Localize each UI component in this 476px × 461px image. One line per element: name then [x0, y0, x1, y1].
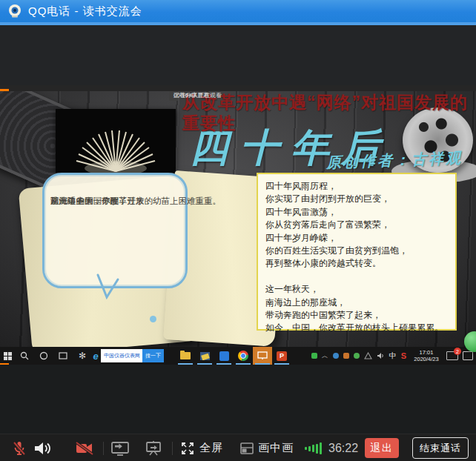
file-explorer-button: [176, 347, 195, 365]
edge-icon: e: [93, 351, 98, 362]
tray-chevron-icon: ︿: [322, 351, 328, 361]
search-widget-button: 搜一下: [142, 349, 164, 362]
share-status-banner: 正在分享屏幕 00:16:47 …等74人正在观看: [169, 91, 178, 101]
camera-toggle-button[interactable]: [74, 434, 95, 461]
blue-app-icon: [219, 351, 229, 361]
poem-line: 再到整体小康的跨越式转变。: [265, 257, 448, 270]
clock-date: 2020/4/23: [411, 356, 442, 362]
projector-easel-icon: [144, 440, 163, 457]
call-timer: 36:22: [328, 434, 358, 461]
chrome-button: [234, 347, 253, 365]
letterbox-top: [0, 25, 476, 85]
cortana-button: [34, 347, 53, 365]
taskbar-search: [15, 347, 34, 365]
notification-badge: 2: [454, 348, 461, 355]
window-titlebar[interactable]: QQ电话 - 读书交流会: [0, 0, 476, 22]
divider: [172, 442, 173, 455]
task-view-button: [53, 347, 73, 365]
powerpoint-icon: P: [277, 351, 287, 361]
pinwheel-icon: ✻: [79, 351, 86, 361]
divider: [103, 442, 104, 455]
windows-taskbar: ✻ e 中国仪器仪表网 搜一下 P ︿: [0, 347, 476, 365]
qq-video-call-icon: [7, 4, 22, 19]
cortana-icon: [39, 351, 48, 360]
exit-button[interactable]: 退出: [365, 438, 399, 458]
fullscreen-icon: [180, 441, 195, 456]
system-tray: ︿ 中 S 17:01 2020/4/23 2: [311, 349, 476, 363]
call-control-bar: 全屏 画中画 36:22 退出 结束通话: [0, 434, 476, 461]
fullscreen-label: 全屏: [199, 441, 223, 455]
speaker-icon: [33, 440, 52, 457]
touch-keyboard-icon: 2: [446, 351, 458, 360]
poem-line: 带动奔跑的中国繁荣了起来，: [265, 309, 448, 322]
shared-screen-top-strip: [0, 85, 476, 91]
poem-line: 你从贫穷落后走向了富强繁荣，: [265, 219, 448, 231]
presentation-slide: 正在分享屏幕 00:16:47 …等74人正在观看 从改革开放中遇“网络”对祖国…: [0, 91, 476, 347]
screen-share-button[interactable]: [110, 434, 130, 461]
window-title: QQ电话 - 读书交流会: [28, 4, 142, 19]
fullscreen-button[interactable]: 全屏: [180, 434, 223, 461]
action-center-icon: [463, 351, 473, 360]
screen-share-app-button: [253, 347, 272, 365]
tray-shield-icon: [354, 353, 360, 359]
tray-blue-icon: [333, 353, 339, 359]
powerpoint-button: P: [272, 347, 291, 365]
start-button: [0, 347, 15, 365]
tray-orange-icon: [343, 353, 349, 359]
poem-line: 这一年秋天，: [265, 283, 448, 296]
pip-icon: [240, 442, 254, 454]
screen-share-app-icon: [253, 347, 272, 365]
start-underline: [0, 363, 9, 365]
volume-icon: [377, 352, 385, 359]
exit-button-wrap: 退出: [365, 438, 399, 458]
search-widget-text: 中国仪器仪表网: [101, 349, 142, 362]
mic-muted-icon: [10, 440, 28, 457]
poem-line: 四十年风雷激荡，: [265, 206, 448, 219]
letterbox-bottom: [0, 365, 476, 434]
photos-icon: [200, 352, 210, 360]
photos-app-button: [195, 347, 214, 365]
poem-line: 你实现了由封闭到开放的巨变，: [265, 193, 448, 205]
tray-green-icon: [311, 353, 317, 359]
open-fanned-book-photo: [56, 109, 176, 173]
edge-button: e: [92, 347, 99, 365]
presentation-button[interactable]: [144, 434, 163, 461]
taskbar-clock: 17:01 2020/4/23: [411, 349, 442, 363]
poem-line: [265, 271, 448, 283]
speech-bubble-tail: [96, 273, 120, 300]
windows-start-icon: [4, 352, 12, 360]
pip-button[interactable]: 画中画: [240, 434, 294, 461]
end-call-button-wrap: 结束通话: [412, 438, 469, 458]
poem-line: 四十年岁月峥嵘，: [265, 232, 448, 245]
speaker-button[interactable]: [33, 434, 52, 461]
share-viewers-text: …等74人正在观看: [173, 91, 222, 99]
chrome-icon: [238, 351, 248, 361]
poem-text-box: 四十年风雨历程， 你实现了由封闭到开放的巨变， 四十年风雷激荡， 你从贫穷落后走…: [257, 173, 457, 331]
end-call-button[interactable]: 结束通话: [412, 437, 469, 459]
speech-bubble-dot: [150, 316, 156, 322]
poem-line: 四十年风雨历程，: [265, 180, 448, 193]
pinned-app-pinwheel: ✻: [73, 347, 92, 365]
ime-indicator: 中: [389, 351, 397, 361]
folder-icon: [180, 352, 191, 359]
poem-line: 你的百姓生活实现了由贫穷到温饱，: [265, 245, 448, 257]
bubble-line: 从此，中国，你改革开放的幼苗上困难重重。: [50, 195, 221, 208]
blue-app-button: [214, 347, 234, 365]
sogou-icon: S: [401, 351, 406, 360]
signal-bars-icon: [305, 442, 322, 454]
taskbar-search-widget: 中国仪器仪表网 搜一下: [101, 349, 164, 362]
poem-line: 南海边上的那座城，: [265, 296, 448, 309]
slide-title: 从改革开放中遇“网络”对祖国发展的重要性: [182, 93, 476, 133]
poem-line: 如今，中国，你改革开放的枝头上硕果累累。: [265, 322, 448, 334]
mic-mute-button[interactable]: [10, 434, 28, 461]
camera-off-icon: [74, 440, 95, 457]
task-view-icon: [59, 351, 67, 360]
network-icon: [364, 352, 372, 359]
screen-share-icon: [110, 440, 130, 457]
clock-time: 17:01: [411, 349, 442, 356]
search-icon: [20, 351, 29, 360]
pip-label: 画中画: [258, 441, 294, 455]
call-timer-text: 36:22: [328, 442, 358, 455]
speech-bubble: [42, 173, 188, 288]
